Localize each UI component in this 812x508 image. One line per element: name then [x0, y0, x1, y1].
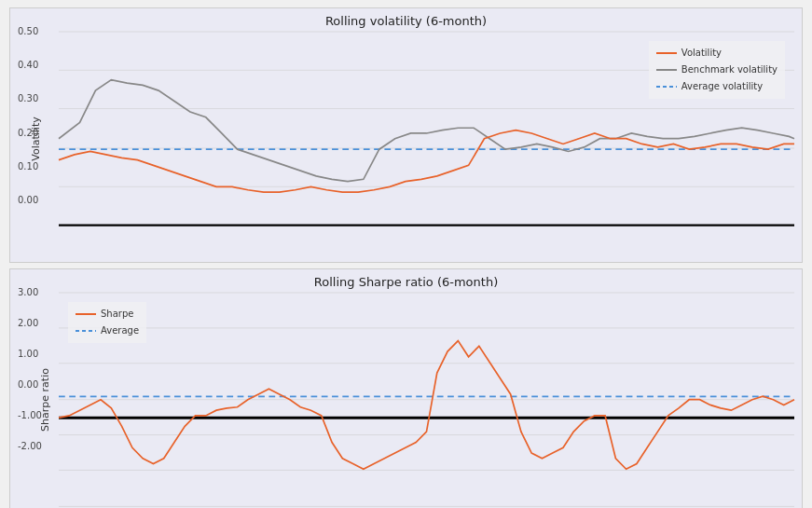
y-tick-0.30: 0.30	[18, 93, 38, 103]
volatility-chart-area: Volatility	[59, 32, 794, 245]
sharpe-y-label: Sharpe ratio	[39, 368, 51, 432]
sharpe-y-tick-1: 1.00	[18, 349, 38, 359]
legend-benchmark-label: Benchmark volatility	[681, 62, 778, 78]
volatility-y-label: Volatility	[30, 117, 42, 161]
sharpe-y-tick-2: 2.00	[18, 318, 38, 328]
sharpe-legend: Sharpe Average	[68, 302, 146, 343]
sharpe-y-tick-m1: -1.00	[18, 410, 42, 420]
legend-sharpe: Sharpe	[76, 306, 139, 323]
legend-volatility: Volatility	[656, 45, 778, 62]
legend-volatility-line	[656, 52, 677, 54]
y-tick-0.50: 0.50	[18, 26, 38, 36]
sharpe-y-tick-m2: -2.00	[18, 441, 42, 451]
legend-avg-sharpe-label: Average	[101, 323, 139, 339]
legend-avg-label: Average volatility	[681, 78, 763, 95]
legend-benchmark: Benchmark volatility	[656, 62, 778, 78]
volatility-legend: Volatility Benchmark volatility Average …	[649, 41, 785, 99]
legend-sharpe-label: Sharpe	[101, 306, 133, 323]
legend-avg-line	[656, 86, 677, 88]
sharpe-chart-area: Sharpe ratio 3.00 2	[59, 293, 794, 506]
sharpe-chart-panel: Rolling Sharpe ratio (6-month) Sharpe ra…	[9, 268, 803, 508]
volatility-chart-panel: Rolling volatility (6-month) Volatility	[9, 7, 803, 263]
charts-container: Rolling volatility (6-month) Volatility	[0, 0, 812, 508]
y-tick-0.00: 0.00	[18, 195, 38, 205]
legend-avg-sharpe-line	[76, 330, 96, 332]
y-tick-0.20: 0.20	[18, 128, 38, 138]
legend-benchmark-line	[656, 69, 677, 71]
sharpe-chart-title: Rolling Sharpe ratio (6-month)	[10, 269, 802, 291]
legend-avg-volatility: Average volatility	[656, 78, 778, 95]
sharpe-svg	[59, 293, 794, 506]
y-tick-0.10: 0.10	[18, 161, 38, 172]
legend-volatility-label: Volatility	[681, 45, 722, 62]
legend-avg-sharpe: Average	[76, 323, 139, 339]
y-tick-0.40: 0.40	[18, 60, 38, 70]
sharpe-y-tick-0: 0.00	[18, 379, 38, 390]
legend-sharpe-line	[76, 313, 96, 315]
sharpe-y-tick-3: 3.00	[18, 287, 38, 297]
volatility-chart-title: Rolling volatility (6-month)	[10, 8, 802, 30]
